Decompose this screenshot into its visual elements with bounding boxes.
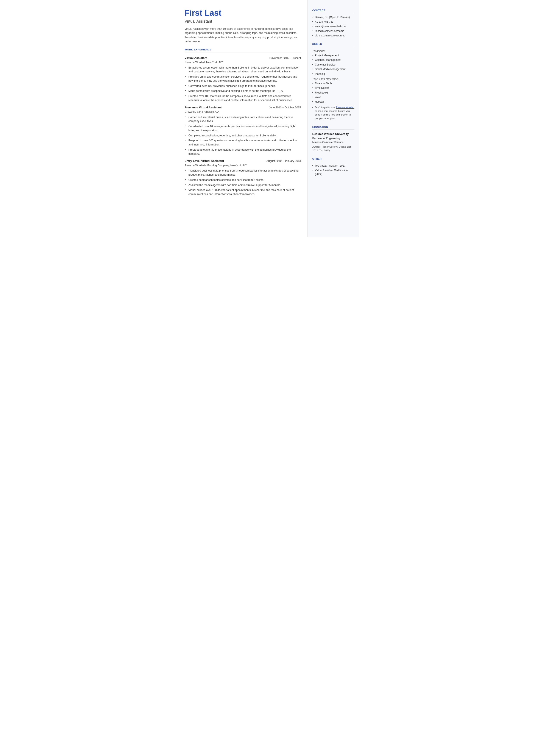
job-title-1: Virtual Assistant	[185, 56, 208, 60]
job-title: Virtual Assistant	[185, 18, 301, 24]
tools-label: Tools and Frameworks:	[312, 77, 354, 81]
list-item: Created comparison tables of items and s…	[185, 178, 301, 182]
job-dates-3: August 2010 – January 2013	[267, 159, 301, 163]
job-entry-1: Virtual Assistant November 2015 – Presen…	[185, 56, 301, 102]
list-item: Established a connection with more than …	[185, 66, 301, 74]
list-item: Completed reconciliation, reporting, and…	[185, 134, 301, 138]
list-item: Prepared a total of 30 presentations in …	[185, 148, 301, 156]
list-item: Made contact with prospective and existi…	[185, 89, 301, 93]
job-bullets-1: Established a connection with more than …	[185, 66, 301, 102]
skills-note-prefix: Don't forget to use	[315, 106, 336, 109]
skills-title: SKILLS	[312, 42, 354, 47]
list-item: Converted over 100 previously published …	[185, 84, 301, 88]
list-item: linkedin.com/in/username	[312, 29, 354, 33]
edu-school: Resume Worded University	[312, 132, 354, 136]
list-item: Time Doctor	[312, 86, 354, 90]
job-dates-1: November 2015 – Present	[269, 56, 301, 60]
list-item: Virtual scribed over 100 doctor-patient …	[185, 188, 301, 196]
contact-list: Denver, OH (Open to Remote) +1-234-456-7…	[312, 15, 354, 38]
skills-note: Don't forget to use Resume Worded to sca…	[312, 106, 354, 121]
list-item: +1-234-456-789	[312, 20, 354, 24]
job-company-1: Resume Worded, New York, NY	[185, 60, 301, 65]
list-item: github.com/resumeworded	[312, 34, 354, 38]
job-bullets-2: Carried out secretarial duties, such as …	[185, 115, 301, 156]
job-title-3: Entry-Level Virtual Assistant	[185, 159, 224, 163]
list-item: Planning	[312, 72, 354, 76]
job-title-2: Freelance Virtual Assistant	[185, 105, 222, 110]
list-item: Denver, OH (Open to Remote)	[312, 15, 354, 19]
list-item: Social Media Management	[312, 68, 354, 71]
list-item: email@resumeworded.com	[312, 25, 354, 28]
contact-section: CONTACT Denver, OH (Open to Remote) +1-2…	[312, 9, 354, 38]
contact-title: CONTACT	[312, 9, 354, 14]
list-item: Freshbooks	[312, 91, 354, 95]
resume-worded-link[interactable]: Resume Worded	[336, 106, 354, 109]
full-name: First Last	[185, 9, 301, 18]
work-experience-section: WORK EXPERIENCE Virtual Assistant Novemb…	[185, 48, 301, 196]
list-item: Top Virtual Assistant (2017)	[312, 164, 354, 168]
list-item: Virtual Assistant Certification (2022)	[312, 169, 354, 176]
list-item: Translated business data priorities from…	[185, 169, 301, 177]
techniques-label: Techniques:	[312, 49, 354, 53]
summary-text: Virtual Assistant with more than 10 year…	[185, 27, 301, 44]
education-title: EDUCATION	[312, 125, 354, 130]
work-experience-title: WORK EXPERIENCE	[185, 48, 301, 53]
edu-awards: Awards: Honor Society, Dean's List 2012 …	[312, 145, 354, 153]
skills-note-suffix: to scan your resume before you send it o…	[315, 110, 351, 120]
list-item: Project Management	[312, 54, 354, 57]
list-item: Respond to over 100 questions concerning…	[185, 139, 301, 147]
job-company-2: Growthsi, San Francisco, CA	[185, 110, 301, 114]
job-entry-2: Freelance Virtual Assistant June 2013 – …	[185, 105, 301, 156]
list-item: Calendar Management	[312, 58, 354, 62]
job-bullets-3: Translated business data priorities from…	[185, 169, 301, 196]
list-item: Created over 100 materials for the compa…	[185, 94, 301, 102]
tools-list: Financial Tools Time Doctor Freshbooks W…	[312, 82, 354, 104]
list-item: Wave	[312, 96, 354, 99]
edu-major: Major in Computer Science	[312, 140, 354, 144]
other-title: OTHER	[312, 157, 354, 162]
list-item: Carried out secretarial duties, such as …	[185, 115, 301, 124]
other-section: OTHER Top Virtual Assistant (2017) Virtu…	[312, 157, 354, 176]
list-item: Assisted the team's agents with part-tim…	[185, 183, 301, 187]
techniques-list: Project Management Calendar Management C…	[312, 54, 354, 76]
job-company-3: Resume Worded's Exciting Company, New Yo…	[185, 164, 301, 168]
job-entry-3: Entry-Level Virtual Assistant August 201…	[185, 159, 301, 196]
list-item: Provided email and communication service…	[185, 75, 301, 83]
list-item: Customer Service	[312, 63, 354, 67]
edu-degree: Bachelor of Engineering	[312, 136, 354, 140]
skills-note-link-text[interactable]: Resume Worded	[336, 106, 354, 109]
list-item: Coordinated over 10 arrangements per day…	[185, 124, 301, 132]
skills-section: SKILLS Techniques: Project Management Ca…	[312, 42, 354, 120]
list-item: Hubstaff	[312, 100, 354, 104]
list-item: Financial Tools	[312, 82, 354, 85]
job-dates-2: June 2013 – October 2015	[269, 106, 301, 110]
other-list: Top Virtual Assistant (2017) Virtual Ass…	[312, 164, 354, 176]
education-section: EDUCATION Resume Worded University Bache…	[312, 125, 354, 153]
